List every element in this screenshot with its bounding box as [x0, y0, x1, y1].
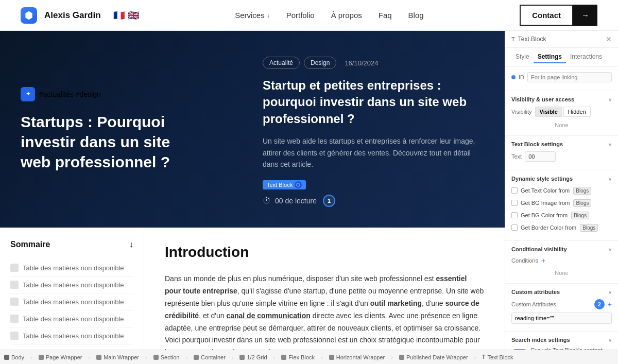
breadcrumb-section[interactable]: Section [153, 354, 180, 360]
nav-services[interactable]: Services ↓ [235, 11, 270, 20]
toc-item-icon [10, 315, 19, 323]
page-body: ✦ #actualités #design Startups : Pourquo… [0, 31, 618, 350]
breadcrumb-flex[interactable]: Flex Block [281, 354, 315, 360]
svg-rect-3 [153, 355, 159, 360]
custom-attr-input[interactable] [511, 313, 612, 324]
visible-btn[interactable]: Visible [535, 107, 562, 117]
page-wrapper-icon [39, 355, 44, 360]
breadcrumb-page-wrapper[interactable]: Page Wrapper [39, 354, 82, 360]
checkbox-border-color[interactable] [511, 224, 518, 231]
tab-interactions[interactable]: Interactions [566, 51, 606, 63]
text-value-input[interactable] [525, 151, 556, 162]
breadcrumb-container[interactable]: Container [194, 354, 226, 360]
search-index-section: Search index settings ∨ Exclude Text Blo… [505, 332, 618, 350]
hero-excerpt: Un site web aide les startups et entrepr… [263, 135, 484, 170]
chevron-icon: ∨ [608, 142, 612, 147]
tab-settings[interactable]: Settings [534, 51, 566, 63]
contact-arrow-button[interactable]: → [573, 5, 597, 26]
toc-item[interactable]: Table des matières non disponible [10, 276, 133, 293]
nav-links: Services ↓ Portfolio À propos Faq Blog [235, 11, 424, 20]
dynamic-style-section: Dynamic style settings ∨ Get Text Color … [505, 170, 618, 241]
text-block-label-wrapper: Text Block ⬡ ⏱ 00 de lecture 1 [263, 180, 484, 207]
chevron-icon: ∨ [608, 289, 612, 295]
conditional-visibility-section: Conditional visibility ∨ Conditions + No… [505, 241, 618, 284]
hero-left: ✦ #actualités #design Startups : Pourquo… [21, 51, 242, 207]
right-panel: T Text Block ✕ Style Settings Interactio… [505, 31, 618, 350]
text-settings-header: Text Block settings ∨ [511, 141, 612, 147]
toc-item[interactable]: Table des matières non disponible [10, 259, 133, 276]
hidden-btn[interactable]: Hidden [563, 107, 591, 117]
flag-gb: 🇬🇧 [128, 10, 139, 21]
search-index-header: Search index settings ∨ [511, 337, 612, 343]
dynamic-cb-row-2: Get BG Color from Blogs [511, 211, 612, 220]
checkbox-bg-image[interactable] [511, 200, 518, 206]
text-row: Text [511, 151, 612, 162]
visibility-title: Visibility & user access [511, 96, 574, 102]
contact-button[interactable]: Contact [520, 5, 573, 26]
hero-section: ✦ #actualités #design Startups : Pourquo… [0, 31, 505, 228]
nav-apropos[interactable]: À propos [331, 11, 362, 20]
add-condition-button[interactable]: + [541, 256, 545, 265]
breadcrumb-pub-date[interactable]: Published Date Wrapper [399, 354, 468, 360]
breadcrumb-main-wrapper[interactable]: Main Wrapper [96, 354, 139, 360]
add-attribute-button[interactable]: + [608, 300, 612, 308]
grid-icon [239, 355, 245, 360]
id-row: ID [511, 72, 612, 82]
visibility-none: None [511, 120, 612, 130]
toc-item[interactable]: Table des matières non disponible [10, 310, 133, 327]
dynamic-style-header: Dynamic style settings ∨ [511, 176, 612, 182]
conditions-row: Conditions + [511, 256, 612, 265]
toc-list: Table des matières non disponible Table … [10, 259, 133, 344]
hero-article-title: Startup et petites entreprises : pourquo… [263, 77, 484, 127]
tab-style[interactable]: Style [511, 51, 534, 63]
dot-icon [511, 75, 516, 79]
toc-item-icon [10, 281, 19, 289]
section-icon [153, 355, 159, 360]
dynamic-cb-row-0: Get Text Color from Blogs [511, 186, 612, 195]
visibility-row: Visibility Visible Hidden [511, 107, 612, 117]
checkbox-text-color[interactable] [511, 187, 518, 194]
body-icon [4, 355, 9, 360]
svg-rect-8 [399, 355, 404, 360]
breadcrumb-body[interactable]: Body [4, 354, 24, 360]
horizontal-icon [329, 355, 334, 360]
toc-item[interactable]: Table des matières non disponible [10, 293, 133, 310]
clock-icon: ⏱ [263, 196, 271, 205]
hero-badges: Actualité Design 16/10/2024 [263, 57, 484, 69]
hero-title: Startups : Pourquoi investir dans un sit… [21, 112, 196, 172]
article-area: Sommaire ↓ Table des matières non dispon… [0, 228, 505, 350]
svg-rect-0 [4, 355, 9, 360]
search-toggle[interactable] [511, 349, 528, 350]
custom-attr-badge: 2 [594, 299, 605, 309]
close-icon[interactable]: ✕ [606, 35, 612, 43]
toc-item-icon [10, 298, 19, 306]
custom-attr-header: Custom attributes ∨ [511, 289, 612, 295]
toc-item[interactable]: Table des matières non disponible [10, 327, 133, 344]
nav-faq[interactable]: Faq [379, 11, 392, 20]
text-icon: T [482, 354, 485, 360]
breadcrumb-grid[interactable]: 1/2 Grid [239, 354, 267, 360]
svg-rect-5 [239, 355, 245, 360]
id-section: ID [505, 67, 618, 91]
text-block-icon: T [511, 36, 515, 42]
breadcrumb-horizontal[interactable]: Horizontal Wrapper [329, 354, 385, 360]
search-cb-row: Exclude Text Block's content from site s… [511, 347, 612, 350]
flag-fr: 🇫🇷 [113, 10, 125, 21]
dynamic-cb-row-1: Get BG Image from Blogs [511, 198, 612, 207]
conditional-header: Conditional visibility ∨ [511, 246, 612, 252]
nav-blog[interactable]: Blog [408, 11, 424, 20]
custom-attributes-section: Custom attributes ∨ Custom Attributes 2 … [505, 284, 618, 332]
breadcrumb-text-block[interactable]: T Text Block [482, 354, 513, 360]
id-input[interactable] [527, 72, 612, 82]
checkbox-bg-color[interactable] [511, 212, 518, 218]
toc-item-icon [10, 332, 19, 340]
conditions-none: None [511, 268, 612, 278]
reading-badge: 1 [323, 195, 335, 207]
visibility-header: Visibility & user access ∨ [511, 96, 612, 102]
svg-rect-7 [329, 355, 334, 360]
nav-portfolio[interactable]: Portfolio [286, 11, 315, 20]
main-wrapper-icon [96, 355, 101, 360]
panel-header: T Text Block ✕ [505, 31, 618, 48]
logo-icon [21, 7, 37, 24]
hero-tag: ✦ #actualités #design [21, 87, 242, 101]
